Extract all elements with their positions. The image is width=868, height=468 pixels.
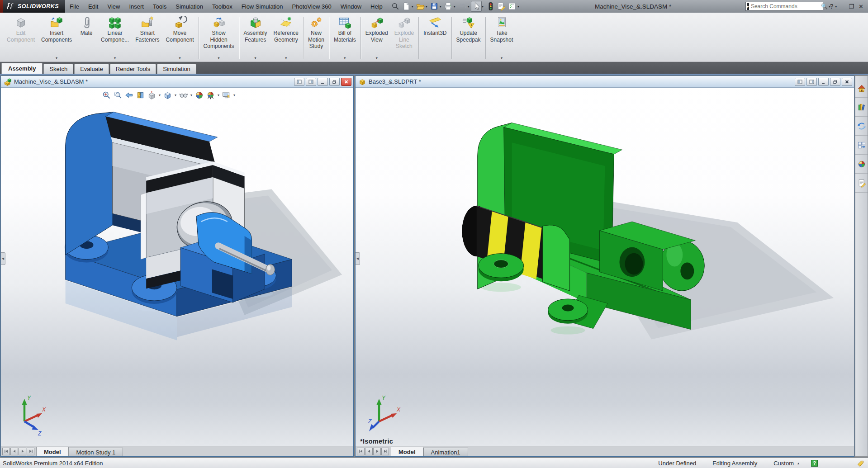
tag-icon[interactable] — [857, 459, 864, 467]
print-dropdown-icon[interactable]: ▾ — [454, 5, 455, 9]
file-explorer-button[interactable] — [855, 117, 868, 136]
status-help-icon[interactable]: ? — [811, 460, 818, 467]
select-button[interactable] — [471, 1, 482, 12]
nav-last-button[interactable] — [27, 448, 34, 455]
doc-minimize-button[interactable] — [818, 78, 829, 86]
tab-simulation[interactable]: Simulation — [157, 64, 196, 74]
select-dropdown-icon[interactable]: ▾ — [482, 5, 484, 9]
instant3d-button[interactable]: Instant3D — [420, 14, 450, 61]
nav-prev-button[interactable] — [365, 448, 373, 455]
menu-view[interactable]: View — [103, 0, 124, 13]
view-orientation-dropdown-icon[interactable]: ▾ — [159, 93, 161, 97]
search-magnifier-icon[interactable]: 🔍 — [821, 3, 828, 9]
exploded-view-button[interactable]: ExplodedView▾ — [362, 14, 391, 61]
assembly-features-button[interactable]: AssemblyFeatures▾ — [241, 14, 270, 61]
close-button[interactable]: ✕ — [859, 3, 863, 10]
custom-properties-button[interactable] — [855, 174, 868, 193]
menu-tools[interactable]: Tools — [148, 0, 171, 13]
feature-tree-collapse-arrow[interactable]: ◀ — [356, 252, 360, 265]
doc-tab-animation1[interactable]: Animation1 — [423, 448, 468, 456]
open-dropdown-icon[interactable]: ▾ — [426, 5, 427, 9]
nav-first-button[interactable] — [357, 448, 365, 455]
tile-left-button[interactable] — [795, 78, 805, 86]
help-dropdown-icon[interactable]: ▾ — [835, 5, 837, 9]
view-palette-button[interactable] — [855, 136, 868, 155]
properties-button[interactable] — [507, 1, 517, 12]
view-settings-dropdown-icon[interactable]: ▾ — [233, 93, 235, 97]
show-hidden-components-dropdown-icon[interactable]: ▾ — [218, 56, 220, 61]
show-hidden-components-button[interactable]: ShowHiddenComponents▾ — [200, 14, 237, 61]
model-base3[interactable] — [356, 88, 854, 446]
tab-render-tools[interactable]: Render Tools — [110, 64, 156, 74]
insert-components-button[interactable]: InsertComponents▾ — [38, 14, 75, 61]
tab-evaluate[interactable]: Evaluate — [74, 64, 109, 74]
menu-flow-simulation[interactable]: Flow Simulation — [237, 0, 288, 13]
help-button[interactable]: ? — [830, 3, 833, 10]
open-button[interactable] — [415, 1, 426, 12]
search-commands-input[interactable] — [751, 3, 821, 9]
zoom-to-fit-button[interactable] — [101, 90, 112, 100]
feature-tree-collapse-arrow[interactable]: ◀ — [1, 252, 5, 265]
undo-dropdown-icon[interactable]: ▾ — [468, 5, 470, 9]
menu-search-button[interactable] — [390, 1, 401, 12]
tile-right-button[interactable] — [306, 78, 316, 86]
move-component-dropdown-icon[interactable]: ▾ — [179, 56, 181, 61]
doc-close-button[interactable] — [341, 78, 351, 86]
tile-left-button[interactable] — [294, 78, 304, 86]
new-document-button[interactable] — [401, 1, 412, 12]
doc-minimize-button[interactable] — [318, 78, 328, 86]
menu-window[interactable]: Window — [336, 0, 366, 13]
hide-show-items-dropdown-icon[interactable]: ▾ — [190, 93, 192, 97]
display-style-dropdown-icon[interactable]: ▾ — [175, 93, 176, 97]
menu-file[interactable]: File — [65, 0, 84, 13]
menu-photoview-360[interactable]: PhotoView 360 — [288, 0, 336, 13]
doc-restore-button[interactable] — [329, 78, 340, 86]
appearances-scenes-button[interactable] — [855, 155, 868, 174]
doc-close-button[interactable] — [842, 78, 852, 86]
options-button[interactable] — [496, 1, 507, 12]
menu-toolbox[interactable]: Toolbox — [208, 0, 237, 13]
nav-next-button[interactable] — [373, 448, 381, 455]
view-orientation-button[interactable] — [147, 90, 157, 100]
view-settings-button[interactable] — [221, 90, 232, 100]
reference-geometry-button[interactable]: ReferenceGeometry▾ — [270, 14, 302, 61]
model-machine-vise[interactable] — [1, 88, 353, 446]
take-snapshot-button[interactable]: TakeSnapshot▾ — [487, 14, 517, 61]
new-document-dropdown-icon[interactable]: ▾ — [412, 5, 413, 9]
linear-component-pattern-dropdown-icon[interactable]: ▾ — [114, 56, 116, 61]
section-view-button[interactable] — [135, 90, 146, 100]
doc-tab-model[interactable]: Model — [391, 447, 423, 456]
assembly-titlebar[interactable]: Machine_Vise_&.SLDASM * — [1, 76, 353, 88]
doc-tab-model[interactable]: Model — [36, 447, 69, 456]
nav-last-button[interactable] — [381, 448, 389, 455]
apply-scene-dropdown-icon[interactable]: ▾ — [218, 93, 219, 97]
mate-button[interactable]: Mate — [75, 14, 98, 61]
apply-scene-button[interactable] — [205, 90, 216, 100]
part-titlebar[interactable]: Base3_&.SLDPRT * — [356, 76, 854, 88]
menu-help[interactable]: Help — [366, 0, 387, 13]
update-speedpak-button[interactable]: UpdateSpeedpak — [453, 14, 484, 61]
properties-dropdown-icon[interactable]: ▾ — [517, 5, 519, 9]
bill-of-materials-dropdown-icon[interactable]: ▾ — [344, 56, 346, 61]
tab-sketch[interactable]: Sketch — [43, 64, 73, 74]
save-dropdown-icon[interactable]: ▾ — [440, 5, 441, 9]
edit-appearance-button[interactable] — [194, 90, 204, 100]
part-viewport[interactable]: ◀ Y X Z *Isometric — [356, 88, 854, 446]
take-snapshot-dropdown-icon[interactable]: ▾ — [501, 56, 503, 61]
assembly-viewport[interactable]: ▾▾▾▾▾ ◀ Y X Z — [1, 88, 353, 446]
print-button[interactable] — [443, 1, 454, 12]
display-style-button[interactable] — [162, 90, 173, 100]
doc-tab-motion-study-1[interactable]: Motion Study 1 — [69, 448, 123, 456]
move-component-button[interactable]: MoveComponent▾ — [163, 14, 197, 61]
bill-of-materials-button[interactable]: Bill ofMaterials▾ — [331, 14, 359, 61]
rebuild-button[interactable] — [485, 1, 496, 12]
menu-simulation[interactable]: Simulation — [171, 0, 208, 13]
solidworks-resources-home-button[interactable] — [855, 79, 868, 98]
save-button[interactable] — [429, 1, 440, 12]
doc-restore-button[interactable] — [830, 78, 840, 86]
tab-assembly[interactable]: Assembly — [1, 63, 43, 74]
reference-geometry-dropdown-icon[interactable]: ▾ — [285, 56, 287, 61]
previous-view-button[interactable] — [124, 90, 134, 100]
menu-insert[interactable]: Insert — [124, 0, 148, 13]
minimize-button[interactable]: – — [841, 3, 844, 10]
